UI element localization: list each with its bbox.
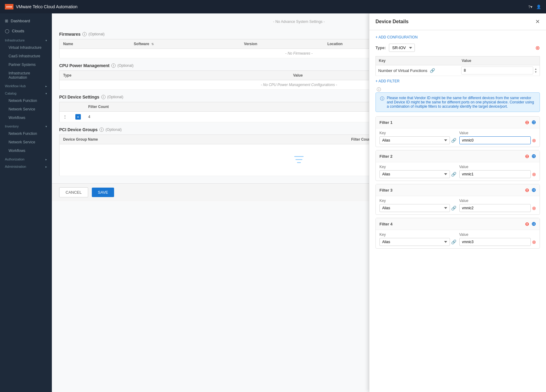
cancel-button[interactable]: CANCEL: [59, 187, 88, 197]
sidebar-section-inventory[interactable]: Inventory ▾: [0, 122, 52, 129]
device-details-body: + ADD CONFIGURATION Type: SR-IOV DPDK GP…: [369, 30, 546, 392]
sidebar-item-partner-systems[interactable]: Partner Systems: [0, 60, 52, 69]
sidebar-label-network-service-inventory: Network Service: [9, 140, 35, 144]
filter-3-key-select[interactable]: Alias Vendor ID Device ID PCI Address: [379, 204, 450, 212]
filter-4-value-wrap: ⊗: [459, 238, 536, 246]
filter-3-remove-icon[interactable]: ⊖: [525, 187, 529, 193]
sidebar-section-authorization[interactable]: Authorization ▸: [0, 155, 52, 162]
stepper-up-icon[interactable]: ▲: [534, 67, 537, 70]
vmw-logo-icon: vmw: [5, 4, 13, 9]
filter-1-value-input[interactable]: [459, 136, 531, 144]
infrastructure-arrow-icon: ▾: [45, 39, 47, 42]
sidebar-section-infrastructure[interactable]: Infrastructure ▾: [0, 36, 52, 43]
save-button[interactable]: SAVE: [92, 188, 114, 197]
filter-2-row: Key Alias Vendor ID Device ID PCI Addres…: [379, 165, 536, 178]
type-remove-icon[interactable]: ⊗: [535, 45, 540, 51]
filter-2-select-wrap: Alias Vendor ID Device ID PCI Address 🔗: [379, 170, 456, 178]
filter-1-key-select[interactable]: Alias Vendor ID Device ID PCI Address: [379, 136, 450, 144]
filter-2-value-remove-icon[interactable]: ⊗: [532, 171, 536, 177]
sidebar-label-partner-systems: Partner Systems: [9, 63, 36, 67]
filter-1-value-wrap: ⊗: [459, 136, 536, 144]
filter-1-select-wrap: Alias Vendor ID Device ID PCI Address 🔗: [379, 136, 456, 144]
filter-1-value-remove-icon[interactable]: ⊗: [532, 138, 536, 143]
sidebar-item-workflows-inventory[interactable]: Workflows: [0, 146, 52, 155]
filter-1-section: Filter 1 ⊖ ⊕ Key Alias Vendor: [375, 116, 540, 147]
add-filter-button[interactable]: + ADD FILTER: [375, 79, 400, 83]
num-virtual-functions-key: Number of Virtual Functions 🔗: [376, 65, 459, 76]
help-icon[interactable]: ?▾: [528, 5, 533, 9]
filter-4-key-col: Key Alias Vendor ID Device ID PCI Addres…: [379, 232, 456, 246]
filter-3-value-wrap: ⊗: [459, 204, 536, 212]
sidebar-item-caas-infrastructure[interactable]: CaaS Infrastructure: [0, 52, 52, 60]
num-virtual-functions-input[interactable]: [461, 67, 533, 74]
filter-3-value-remove-icon[interactable]: ⊗: [532, 205, 536, 211]
filter-3-select-wrap: Alias Vendor ID Device ID PCI Address 🔗: [379, 204, 456, 212]
filter-4-add-icon[interactable]: ⊕: [531, 221, 536, 227]
filter-4-value-remove-icon[interactable]: ⊗: [532, 239, 536, 245]
filter-3-add-icon[interactable]: ⊕: [531, 187, 536, 193]
sidebar-label-virtual-infrastructure: Virtual Infrastructure: [9, 45, 41, 50]
workflow-hub-arrow-icon: ▸: [45, 85, 47, 88]
sidebar-section-catalog[interactable]: Catalog ▾: [0, 89, 52, 96]
filter-2-add-icon[interactable]: ⊕: [531, 153, 536, 160]
type-select[interactable]: SR-IOV DPDK GPU Other: [389, 44, 415, 52]
sidebar-item-network-function-inventory[interactable]: Network Function: [0, 129, 52, 138]
filter-2-label: Filter 2: [379, 154, 393, 159]
filter-4-value-label: Value: [459, 232, 536, 237]
sidebar-item-network-function-catalog[interactable]: Network Function: [0, 96, 52, 105]
firmwares-title: Firmwares i (Optional): [59, 32, 105, 37]
firmwares-col-version: Version: [240, 39, 324, 49]
num-virtual-functions-row: Number of Virtual Functions 🔗 ▲ ▼: [376, 65, 540, 76]
filter-4-select-wrap: Alias Vendor ID Device ID PCI Address 🔗: [379, 238, 456, 246]
sidebar-item-clouds[interactable]: ◯ Clouds: [0, 26, 52, 36]
filter-1-key-col: Key Alias Vendor ID Device ID PCI Addres…: [379, 131, 456, 144]
filter-2-link-icon: 🔗: [451, 172, 456, 177]
pci-row-collapse-btn[interactable]: «: [75, 114, 81, 120]
device-details-close-button[interactable]: ✕: [535, 18, 540, 25]
add-filter-info-icon[interactable]: ⓘ: [377, 87, 381, 92]
filter-2-body: Key Alias Vendor ID Device ID PCI Addres…: [376, 162, 540, 181]
sidebar-item-virtual-infrastructure[interactable]: Virtual Infrastructure: [0, 43, 52, 52]
sidebar-label-network-function-inventory: Network Function: [9, 131, 37, 136]
pci-row-menu-icon[interactable]: ⋮: [59, 112, 72, 122]
kv-table: Key Value Number of Virtual Functions 🔗: [375, 56, 540, 76]
sidebar-item-workflows-catalog[interactable]: Workflows: [0, 113, 52, 122]
filter-4-value-input[interactable]: [459, 238, 531, 246]
filter-2-value-input[interactable]: [459, 170, 531, 178]
filter-4-value-col: Value ⊗: [459, 232, 536, 246]
software-sort-icon[interactable]: ⇅: [151, 42, 154, 46]
filter-4-section: Filter 4 ⊖ ⊕ Key Alias Vendor: [375, 218, 540, 249]
sidebar-item-dashboard[interactable]: ⊞ Dashboard: [0, 16, 52, 26]
filter-3-key-label: Key: [379, 199, 456, 203]
filter-2-key-select[interactable]: Alias Vendor ID Device ID PCI Address: [379, 170, 450, 178]
filter-1-remove-icon[interactable]: ⊖: [525, 120, 529, 125]
filter-4-header: Filter 4 ⊖ ⊕: [376, 218, 540, 230]
empty-filter-icon: [293, 153, 305, 166]
topbar: vmw VMware Telco Cloud Automation ?▾ 👤: [0, 0, 546, 13]
sidebar-section-workflow-hub[interactable]: Workflow Hub ▸: [0, 82, 52, 89]
filter-4-key-label: Key: [379, 232, 456, 237]
filter-3-value-input[interactable]: [459, 204, 531, 212]
pci-device-info-icon[interactable]: i: [101, 95, 106, 99]
pci-groups-info-icon[interactable]: i: [99, 128, 104, 132]
filter-2-remove-icon[interactable]: ⊖: [525, 153, 529, 159]
user-icon[interactable]: 👤: [536, 5, 541, 9]
filter-1-add-icon[interactable]: ⊕: [531, 119, 536, 126]
sidebar-section-authorization-label: Authorization: [5, 157, 24, 161]
sidebar-section-inventory-label: Inventory: [5, 124, 19, 128]
device-details-header: Device Details ✕: [369, 13, 546, 30]
add-configuration-button[interactable]: + ADD CONFIGURATION: [375, 35, 418, 39]
sidebar-item-network-service-catalog[interactable]: Network Service: [0, 105, 52, 113]
sidebar-item-network-service-inventory[interactable]: Network Service: [0, 138, 52, 146]
sidebar-section-administration[interactable]: Administration ▸: [0, 162, 52, 170]
sidebar-label-dashboard: Dashboard: [11, 19, 30, 23]
stepper-down-icon[interactable]: ▼: [534, 70, 537, 74]
filter-4-remove-icon[interactable]: ⊖: [525, 221, 529, 227]
filter-4-key-select[interactable]: Alias Vendor ID Device ID PCI Address: [379, 238, 450, 246]
filter-3-row: Key Alias Vendor ID Device ID PCI Addres…: [379, 199, 536, 212]
filter-4-actions: ⊖ ⊕: [525, 221, 536, 227]
firmwares-info-icon[interactable]: i: [82, 32, 87, 36]
cpu-power-info-icon[interactable]: i: [111, 63, 116, 68]
filter-2-value-label: Value: [459, 165, 536, 169]
sidebar-item-infrastructure-automation[interactable]: Infrastructure Automation: [0, 69, 52, 82]
